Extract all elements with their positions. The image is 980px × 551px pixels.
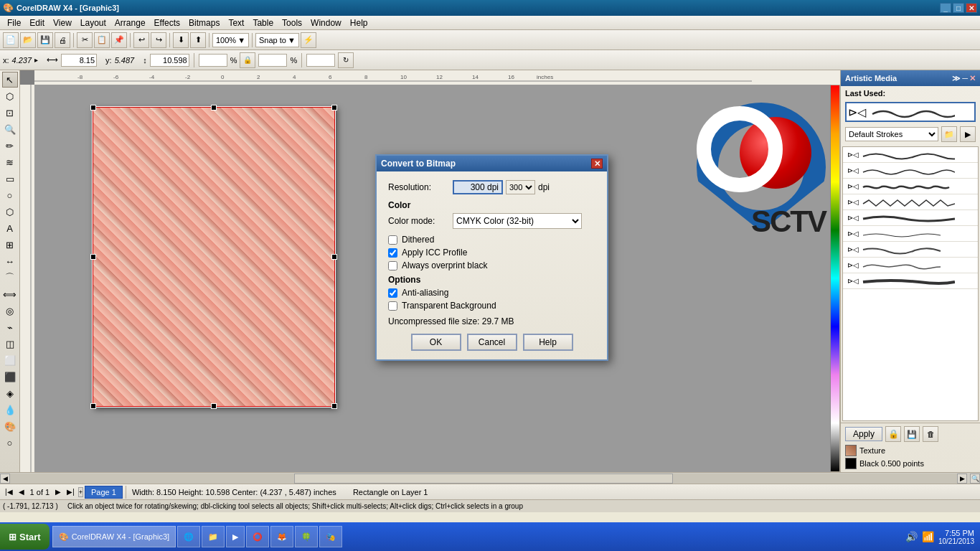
tool-ellipse[interactable]: ○ bbox=[2, 187, 18, 203]
height-input[interactable] bbox=[150, 54, 189, 67]
resolution-input[interactable] bbox=[453, 180, 503, 194]
panel-expand-btn[interactable]: ≫ bbox=[952, 74, 961, 83]
open-btn[interactable]: 📂 bbox=[20, 32, 36, 48]
print-btn[interactable]: 🖨 bbox=[55, 32, 70, 48]
add-page-btn[interactable]: + bbox=[78, 487, 83, 497]
taskbar-item-coreldraw[interactable]: 🎨 CorelDRAW X4 - [Graphic3] bbox=[52, 526, 176, 547]
tool-shadow[interactable]: ◫ bbox=[2, 336, 18, 352]
taskbar-item-ie[interactable]: 🌐 bbox=[177, 526, 200, 547]
taskbar-item-files[interactable]: 📁 bbox=[202, 526, 225, 547]
handle-ml[interactable] bbox=[90, 254, 96, 260]
next-page-btn[interactable]: ▶ bbox=[53, 487, 63, 496]
tool-crop[interactable]: ⊡ bbox=[2, 105, 18, 121]
scroll-track[interactable] bbox=[10, 474, 957, 484]
tool-smart[interactable]: ≋ bbox=[2, 154, 18, 170]
ok-button[interactable]: OK bbox=[411, 334, 461, 351]
zoom-out-small-btn[interactable]: 🔍 bbox=[970, 474, 980, 484]
tool-dimension[interactable]: ↔ bbox=[2, 253, 18, 269]
sound-icon[interactable]: 🔊 bbox=[905, 531, 918, 542]
panel-close-btn[interactable]: ✕ bbox=[969, 74, 976, 83]
menu-arrange[interactable]: Arrange bbox=[110, 17, 150, 29]
stroke-item-4[interactable]: ⊳◁ bbox=[843, 194, 978, 210]
stroke-item-3[interactable]: ⊳◁ bbox=[843, 179, 978, 194]
clock[interactable]: 7:55 PM 10/21/2013 bbox=[938, 529, 974, 545]
tool-eyedropper[interactable]: 💧 bbox=[2, 402, 18, 418]
taskbar-item-firefox[interactable]: 🦊 bbox=[270, 526, 293, 547]
resolution-dropdown[interactable]: 300 72 96 150 600 bbox=[506, 180, 535, 194]
page-tab[interactable]: Page 1 bbox=[85, 486, 123, 499]
tool-table[interactable]: ⊞ bbox=[2, 237, 18, 253]
tool-outline[interactable]: ○ bbox=[2, 435, 18, 451]
new-btn[interactable]: 📄 bbox=[3, 32, 19, 48]
taskbar-item-chrome[interactable]: ⭕ bbox=[246, 526, 269, 547]
maximize-btn[interactable]: □ bbox=[953, 3, 964, 13]
handle-bm[interactable] bbox=[211, 403, 217, 409]
rotation-apply-btn[interactable]: ↻ bbox=[338, 52, 354, 68]
panel-minimize-btn[interactable]: ─ bbox=[962, 74, 968, 83]
tool-curve[interactable]: ✏ bbox=[2, 138, 18, 154]
title-controls[interactable]: _ □ ✕ bbox=[940, 3, 977, 13]
rotation-input[interactable]: 0.0 bbox=[306, 54, 335, 67]
panel-header-controls[interactable]: ≫ ─ ✕ bbox=[952, 74, 976, 83]
dialog-close-button[interactable]: ✕ bbox=[591, 159, 603, 169]
dithered-checkbox[interactable] bbox=[388, 235, 397, 245]
stroke-item-6[interactable]: ⊳◁ bbox=[843, 226, 978, 242]
menu-text[interactable]: Text bbox=[224, 17, 248, 29]
last-page-btn[interactable]: ▶| bbox=[65, 487, 77, 496]
stroke-item-5[interactable]: ⊳◁ bbox=[843, 210, 978, 226]
import-btn[interactable]: ⬇ bbox=[173, 32, 189, 48]
color-mode-select[interactable]: CMYK Color (32-bit) RGB Color (24-bit) G… bbox=[453, 213, 582, 229]
stroke-item-7[interactable]: ⊳◁ bbox=[843, 242, 978, 258]
handle-tl[interactable] bbox=[90, 105, 96, 110]
tool-polygon[interactable]: ⬡ bbox=[2, 204, 18, 220]
taskbar-item-app2[interactable]: 🍀 bbox=[295, 526, 318, 547]
apply-button[interactable]: Apply bbox=[845, 427, 882, 441]
export-btn[interactable]: ⬆ bbox=[190, 32, 206, 48]
scale-h-input[interactable]: 100.0 bbox=[258, 54, 287, 67]
delete-stroke-btn[interactable]: 🗑 bbox=[923, 426, 938, 442]
scroll-left-btn[interactable]: ◀ bbox=[0, 474, 10, 484]
handle-br[interactable] bbox=[331, 403, 337, 409]
transparent-bg-checkbox[interactable] bbox=[388, 301, 397, 311]
lock-btn[interactable]: 🔒 bbox=[885, 426, 901, 442]
taskbar-item-media[interactable]: ▶ bbox=[226, 526, 245, 547]
minimize-btn[interactable]: _ bbox=[940, 3, 951, 13]
menu-window[interactable]: Window bbox=[306, 17, 346, 29]
zoom-dropdown-arrow[interactable]: ▼ bbox=[237, 36, 245, 44]
lock-ratio-btn[interactable]: 🔒 bbox=[240, 52, 255, 68]
taskbar-item-app3[interactable]: 🎭 bbox=[319, 526, 342, 547]
start-button[interactable]: ⊞ Start bbox=[0, 524, 50, 550]
snap-dropdown[interactable]: Snap to ▼ bbox=[255, 33, 299, 47]
first-page-btn[interactable]: |◀ bbox=[3, 487, 15, 496]
tool-fill[interactable]: 🎨 bbox=[2, 418, 18, 434]
menu-help[interactable]: Help bbox=[346, 17, 372, 29]
width-input[interactable] bbox=[61, 54, 97, 67]
handle-tr[interactable] bbox=[331, 105, 337, 110]
page-nav[interactable]: |◀ ◀ 1 of 1 ▶ ▶| + Page 1 bbox=[0, 486, 126, 499]
stroke-type-select[interactable]: Default Strokes bbox=[845, 127, 938, 141]
stroke-arrow-btn[interactable]: ▶ bbox=[960, 126, 976, 142]
snap-options-btn[interactable]: ⚡ bbox=[301, 32, 316, 48]
menu-file[interactable]: File bbox=[3, 17, 25, 29]
stroke-item-2[interactable]: ⊳◁ bbox=[843, 163, 978, 179]
tool-extrude[interactable]: ⬛ bbox=[2, 369, 18, 385]
handle-tm[interactable] bbox=[211, 105, 217, 110]
tool-rect[interactable]: ▭ bbox=[2, 171, 18, 187]
horizontal-scrollbar[interactable]: ◀ ▶ 🔍 bbox=[0, 472, 980, 484]
stroke-item-9[interactable]: ⊳◁ bbox=[843, 273, 978, 289]
menu-edit[interactable]: Edit bbox=[25, 17, 49, 29]
apply-icc-checkbox[interactable] bbox=[388, 248, 397, 258]
menu-view[interactable]: View bbox=[49, 17, 76, 29]
menu-tools[interactable]: Tools bbox=[278, 17, 306, 29]
snap-dropdown-arrow[interactable]: ▼ bbox=[288, 36, 296, 44]
handle-bl[interactable] bbox=[90, 403, 96, 409]
menu-table[interactable]: Table bbox=[248, 17, 278, 29]
zoom-dropdown[interactable]: 100% ▼ bbox=[212, 33, 249, 47]
copy-btn[interactable]: 📋 bbox=[94, 32, 110, 48]
tool-zoom[interactable]: 🔍 bbox=[2, 121, 18, 137]
redo-btn[interactable]: ↪ bbox=[151, 32, 166, 48]
tool-select[interactable]: ↖ bbox=[2, 72, 18, 88]
tool-distort[interactable]: ⌁ bbox=[2, 319, 18, 335]
tool-text[interactable]: A bbox=[2, 220, 18, 236]
help-button[interactable]: Help bbox=[523, 334, 573, 351]
